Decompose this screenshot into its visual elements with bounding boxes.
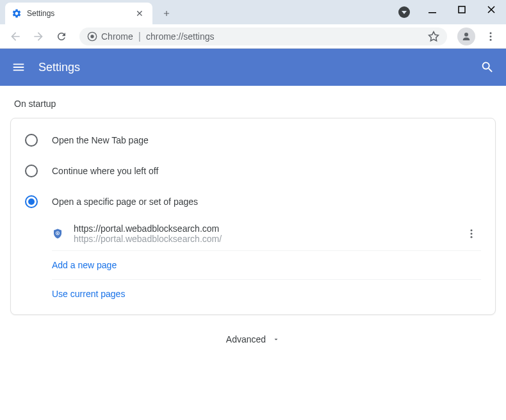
reload-button[interactable] [51,26,72,47]
address-bar: Chrome | chrome://settings [0,24,506,49]
chrome-menu-button[interactable] [480,26,501,47]
gear-icon [12,8,22,19]
advanced-toggle[interactable]: Advanced [10,315,496,351]
back-button[interactable] [5,26,26,47]
section-title: On startup [14,99,496,109]
maximize-button[interactable] [447,0,477,19]
search-icon[interactable] [480,60,494,74]
page-title: Settings [38,61,480,74]
radio-specific-pages[interactable]: Open a specific page or set of pages [11,186,495,217]
page-url-text: https://portal.webadblocksearch.com/ [74,234,452,244]
url-text: chrome://settings [146,31,423,42]
svg-rect-0 [428,12,436,13]
site-info-chip[interactable]: Chrome [87,31,133,42]
radio-icon [25,165,38,177]
svg-point-9 [57,232,58,234]
startup-card: Open the New Tab page Continue where you… [10,118,496,315]
chevron-down-icon [272,335,280,343]
shield-icon [52,228,63,239]
svg-rect-1 [459,6,465,13]
hamburger-menu-icon[interactable] [12,60,26,74]
advanced-label: Advanced [226,334,266,344]
profile-button[interactable] [457,28,475,45]
chip-label: Chrome [101,31,133,42]
radio-icon [25,134,38,147]
svg-point-3 [90,35,94,38]
omnibox[interactable]: Chrome | chrome://settings [79,28,447,45]
startup-page-list: https://portal.webadblocksearch.com http… [52,217,495,308]
page-title-text: https://portal.webadblocksearch.com [74,223,452,234]
svg-point-7 [490,38,492,40]
svg-point-12 [471,236,473,238]
minimize-button[interactable] [418,0,447,19]
close-icon[interactable]: ✕ [133,7,146,20]
settings-header: Settings [0,49,506,86]
svg-point-6 [490,35,492,37]
radio-label: Open the New Tab page [52,135,149,145]
svg-point-4 [464,33,468,36]
radio-icon [25,195,38,208]
radio-new-tab[interactable]: Open the New Tab page [11,125,495,156]
window-close-button[interactable] [477,0,506,19]
startup-page-row: https://portal.webadblocksearch.com http… [52,217,481,251]
add-page-link[interactable]: Add a new page [52,251,481,280]
forward-button[interactable] [28,26,49,47]
svg-point-11 [471,233,473,235]
more-vert-icon[interactable] [462,224,481,243]
window-controls [418,0,506,19]
tab-mode-indicator [398,6,410,18]
radio-continue[interactable]: Continue where you left off [11,156,495,186]
tab-title: Settings [27,9,128,18]
svg-point-10 [471,229,473,231]
new-tab-button[interactable] [158,4,175,22]
radio-label: Open a specific page or set of pages [52,197,198,207]
use-current-link[interactable]: Use current pages [52,280,481,308]
page-info: https://portal.webadblocksearch.com http… [74,223,452,244]
tab-bar: Settings ✕ [0,0,506,24]
browser-tab[interactable]: Settings ✕ [5,3,152,24]
bookmark-star-icon[interactable] [428,31,439,42]
svg-point-5 [490,32,492,34]
divider: | [138,31,141,42]
radio-label: Continue where you left off [52,166,158,176]
content-scroll-area[interactable]: On startup Open the New Tab page Continu… [0,86,506,420]
